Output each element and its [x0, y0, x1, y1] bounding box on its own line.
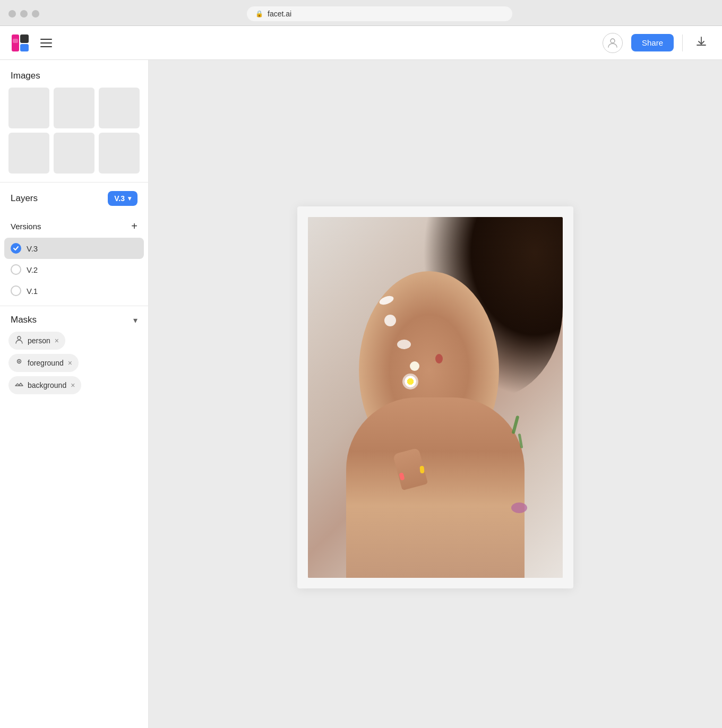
layers-title: Layers	[11, 193, 38, 204]
hamburger-line-1	[40, 39, 52, 40]
foreground-mask-icon	[15, 358, 23, 368]
background-mask-close-button[interactable]: ×	[71, 382, 75, 389]
svg-rect-2	[20, 44, 29, 51]
browser-dot-2	[20, 10, 28, 18]
person-mask-label: person	[28, 336, 50, 345]
add-version-button[interactable]: +	[131, 221, 137, 231]
app-header: Share	[0, 26, 722, 60]
person-mask-icon	[15, 335, 23, 346]
thumbnail-4[interactable]	[8, 133, 49, 174]
thumbnail-1[interactable]	[8, 88, 49, 128]
svg-rect-3	[13, 39, 18, 43]
mask-tag-foreground[interactable]: foreground ×	[8, 354, 79, 372]
svg-point-7	[19, 361, 20, 362]
svg-point-5	[18, 336, 21, 340]
browser-dot-3	[32, 10, 39, 18]
svg-point-4	[611, 39, 615, 43]
radio-circle-v2	[11, 264, 21, 275]
thumbnail-6[interactable]	[99, 133, 140, 174]
version-badge-button[interactable]: V.3 ▾	[108, 191, 137, 206]
hamburger-menu[interactable]	[40, 39, 52, 47]
masks-collapse-button[interactable]: ▾	[133, 315, 137, 325]
lock-icon: 🔒	[255, 10, 263, 18]
version-label-v3: V.3	[27, 244, 38, 253]
masks-title: Masks	[11, 315, 37, 325]
thumbnail-3[interactable]	[99, 88, 140, 128]
version-label-v2: V.2	[27, 265, 38, 274]
mask-tag-person[interactable]: person ×	[8, 332, 65, 350]
foreground-mask-label: foreground	[28, 359, 64, 367]
url-text: facet.ai	[268, 10, 291, 18]
profile-button[interactable]	[603, 33, 623, 53]
person-mask-close-button[interactable]: ×	[55, 337, 59, 344]
sidebar: Images Layers V.3 ▾ Versions +	[0, 60, 149, 728]
main-image	[308, 217, 563, 578]
canvas-area	[149, 60, 722, 728]
version-badge-label: V.3	[114, 194, 125, 203]
version-item-v3[interactable]: V.3	[4, 238, 144, 259]
layers-header: Layers V.3 ▾	[0, 183, 148, 214]
versions-title: Versions	[11, 222, 41, 231]
background-mask-label: background	[28, 381, 66, 389]
browser-dots	[8, 10, 39, 18]
chevron-down-masks-icon: ▾	[133, 316, 137, 325]
browser-dot-1	[8, 10, 16, 18]
foreground-mask-close-button[interactable]: ×	[68, 359, 72, 367]
version-item-v1[interactable]: V.1	[0, 280, 148, 301]
hamburger-line-3	[40, 46, 52, 47]
masks-header: Masks ▾	[0, 306, 148, 332]
version-label-v1: V.1	[27, 287, 38, 296]
images-grid	[0, 88, 148, 182]
share-button[interactable]: Share	[631, 34, 674, 51]
versions-header: Versions +	[0, 214, 148, 238]
mask-tags-container: person × foreground ×	[0, 332, 148, 403]
images-section-header: Images	[0, 60, 148, 88]
version-item-v2[interactable]: V.2	[0, 259, 148, 280]
header-separator	[682, 34, 683, 51]
logo	[11, 32, 32, 54]
hamburger-line-2	[40, 42, 52, 44]
radio-circle-v1	[11, 285, 21, 296]
browser-chrome: 🔒 facet.ai	[0, 0, 722, 26]
svg-rect-1	[20, 34, 29, 43]
thumbnail-5[interactable]	[54, 133, 94, 174]
thumbnail-2[interactable]	[54, 88, 94, 128]
mask-tag-background[interactable]: background ×	[8, 376, 81, 394]
address-bar[interactable]: 🔒 facet.ai	[247, 6, 512, 21]
image-container	[297, 206, 573, 588]
radio-check-v3	[11, 243, 21, 254]
background-mask-icon	[15, 380, 23, 391]
main-layout: Images Layers V.3 ▾ Versions +	[0, 60, 722, 728]
download-button[interactable]	[691, 33, 711, 52]
header-right: Share	[603, 33, 711, 53]
chevron-down-icon: ▾	[128, 195, 131, 202]
